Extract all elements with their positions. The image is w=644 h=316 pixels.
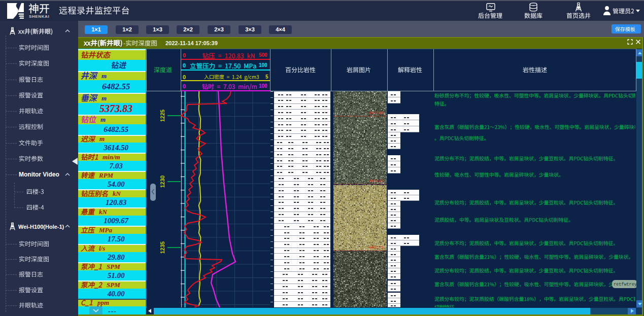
svg-text:6482.76: 6482.76 <box>369 245 384 250</box>
svg-text:6478.23: 6478.23 <box>369 179 384 183</box>
svg-text:6473.55: 6473.55 <box>369 111 384 115</box>
